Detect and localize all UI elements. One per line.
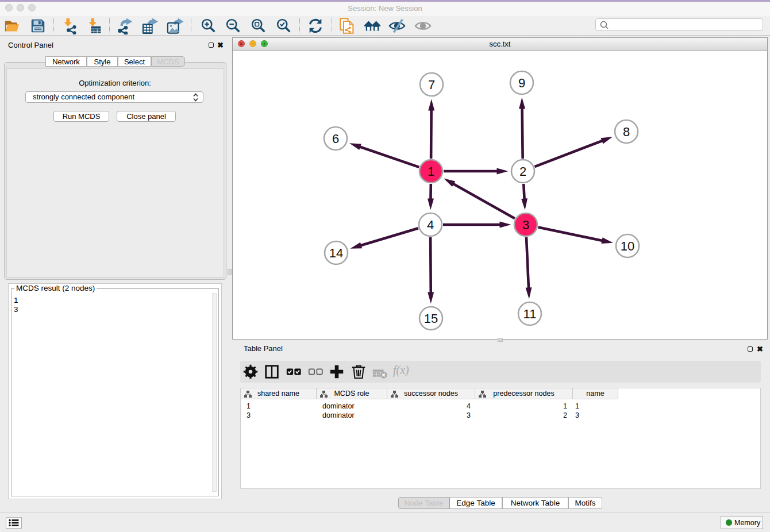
svg-text:9: 9	[518, 76, 525, 90]
svg-text:3: 3	[522, 218, 529, 232]
svg-text:6: 6	[332, 132, 339, 146]
svg-text:14: 14	[329, 246, 343, 260]
svg-text:8: 8	[623, 125, 630, 139]
svg-text:4: 4	[427, 218, 434, 232]
svg-text:11: 11	[523, 307, 537, 321]
svg-text:10: 10	[621, 239, 634, 253]
svg-text:2: 2	[519, 164, 526, 179]
svg-text:7: 7	[428, 78, 435, 92]
svg-text:1: 1	[428, 164, 434, 179]
svg-text:15: 15	[424, 311, 438, 326]
